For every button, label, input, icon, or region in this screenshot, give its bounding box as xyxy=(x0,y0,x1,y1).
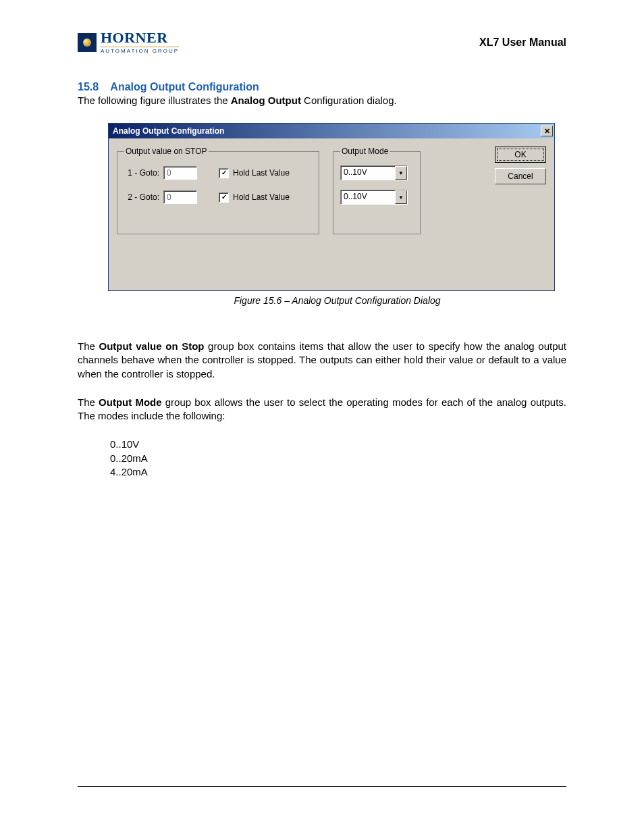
logo-icon xyxy=(78,33,97,52)
analog-output-dialog: Analog Output Configuration ✕ Output val… xyxy=(108,123,555,291)
doc-title: XL7 User Manual xyxy=(479,36,566,49)
section-number: 15.8 xyxy=(78,81,99,93)
close-icon: ✕ xyxy=(544,127,550,135)
logo: HORNER AUTOMATION GROUP xyxy=(78,30,179,54)
combo-value-1: 0..10V xyxy=(341,166,395,180)
intro-line: The following figure illustrates the Ana… xyxy=(78,95,566,106)
mode-group-legend: Output Mode xyxy=(340,147,390,156)
mode-item: 4..20mA xyxy=(110,465,566,479)
output-mode-group: Output Mode 0..10V ▼ 0..10V ▼ xyxy=(333,147,421,234)
output-mode-combo-2[interactable]: 0..10V ▼ xyxy=(340,190,408,205)
titlebar: Analog Output Configuration ✕ xyxy=(109,124,554,138)
cancel-button[interactable]: Cancel xyxy=(495,168,546,184)
section-heading: 15.8 Analog Output Configuration xyxy=(78,81,566,93)
footer-rule xyxy=(78,786,566,787)
goto-label-2: 2 - Goto: xyxy=(124,192,159,202)
stop-row: 1 - Goto: 0 ✓ Hold Last Value xyxy=(124,165,312,180)
goto-input-2[interactable]: 0 xyxy=(163,190,197,204)
modes-list: 0..10V 0..20mA 4..20mA xyxy=(110,438,566,479)
stop-group-legend: Output value on STOP xyxy=(124,147,209,156)
logo-sub-text: AUTOMATION GROUP xyxy=(101,47,179,54)
goto-input-1[interactable]: 0 xyxy=(163,166,197,180)
chevron-down-icon: ▼ xyxy=(395,166,407,180)
goto-label-1: 1 - Goto: xyxy=(124,168,159,178)
ok-button[interactable]: OK xyxy=(495,147,546,163)
output-mode-combo-1[interactable]: 0..10V ▼ xyxy=(340,165,408,180)
logo-main-text: HORNER xyxy=(101,30,179,45)
dialog-title: Analog Output Configuration xyxy=(113,126,224,136)
paragraph-1: The Output value on Stop group box conta… xyxy=(78,340,566,381)
stop-row: 2 - Goto: 0 ✓ Hold Last Value xyxy=(124,190,312,205)
mode-item: 0..20mA xyxy=(110,452,566,465)
mode-item: 0..10V xyxy=(110,438,566,451)
output-value-on-stop-group: Output value on STOP 1 - Goto: 0 ✓ Hold … xyxy=(117,147,319,234)
combo-value-2: 0..10V xyxy=(341,190,395,204)
hold-label-2: Hold Last Value xyxy=(233,192,290,202)
figure-caption: Figure 15.6 – Analog Output Configuratio… xyxy=(108,295,566,306)
hold-checkbox-1[interactable]: ✓ xyxy=(219,168,229,178)
chevron-down-icon: ▼ xyxy=(395,190,407,204)
section-title: Analog Output Configuration xyxy=(110,81,259,93)
hold-checkbox-2[interactable]: ✓ xyxy=(219,192,229,203)
close-button[interactable]: ✕ xyxy=(541,126,553,136)
paragraph-2: The Output Mode group box allows the use… xyxy=(78,396,566,423)
hold-label-1: Hold Last Value xyxy=(233,168,290,178)
